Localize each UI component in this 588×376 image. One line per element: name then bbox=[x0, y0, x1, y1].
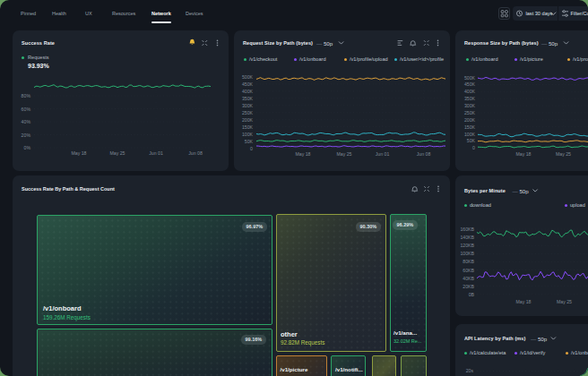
svg-text:20s: 20s bbox=[466, 368, 474, 373]
